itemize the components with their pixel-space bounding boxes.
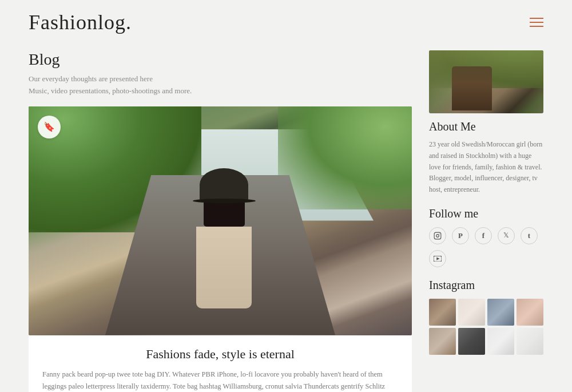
body xyxy=(196,227,251,308)
twitter-symbol: 𝕏 xyxy=(503,231,509,240)
post-text-area: Fashions fade, style is eternal Fanny pa… xyxy=(29,335,412,392)
about-title: About Me xyxy=(429,120,543,133)
main-container: Blog Our everyday thoughts are presented… xyxy=(0,45,572,392)
youtube-icon[interactable] xyxy=(429,250,446,267)
instagram-thumb-7[interactable] xyxy=(487,328,514,355)
instagram-thumb-6[interactable] xyxy=(458,328,485,355)
pinterest-symbol: P xyxy=(458,231,463,240)
hamburger-line-1 xyxy=(530,18,543,19)
blog-subtitle: Our everyday thoughts are presented here… xyxy=(29,73,412,97)
sidebar: About Me 23 year old Swedish/Moroccan gi… xyxy=(429,50,543,392)
blog-subtitle-line2: Music, video presentations, photo-shooti… xyxy=(29,86,192,95)
post-heading: Fashions fade, style is eternal xyxy=(42,347,398,362)
instagram-thumb-2[interactable] xyxy=(458,299,485,326)
instagram-icon[interactable] xyxy=(429,227,446,244)
bookmark-icon: 🔖 xyxy=(43,121,55,132)
post-hero-image xyxy=(29,106,412,335)
svg-rect-0 xyxy=(434,232,441,239)
svg-marker-4 xyxy=(436,257,439,260)
hamburger-line-3 xyxy=(530,26,543,27)
post-card: 🔖 Fashions fade, style is eternal Fanny … xyxy=(29,106,412,392)
instagram-thumb-5[interactable] xyxy=(429,328,456,355)
tumblr-icon[interactable]: t xyxy=(521,227,538,244)
blog-content: Blog Our everyday thoughts are presented… xyxy=(29,50,412,392)
tumblr-symbol: t xyxy=(528,231,530,240)
instagram-title: Instagram xyxy=(429,279,543,292)
social-icons-list: P f 𝕏 t xyxy=(429,227,543,267)
facebook-symbol: f xyxy=(482,231,484,240)
bookmark-button[interactable]: 🔖 xyxy=(38,116,61,138)
person-figure xyxy=(189,168,259,317)
follow-title: Follow me xyxy=(429,207,543,220)
instagram-thumb-3[interactable] xyxy=(487,299,514,326)
blog-title: Blog xyxy=(29,50,412,69)
facebook-icon[interactable]: f xyxy=(475,227,492,244)
post-body: Fanny pack beard pop-up twee tote bag DI… xyxy=(42,369,398,392)
about-text: 23 year old Swedish/Moroccan girl (born … xyxy=(429,139,543,196)
twitter-icon[interactable]: 𝕏 xyxy=(498,227,515,244)
bridge-scene xyxy=(29,106,412,335)
instagram-thumb-1[interactable] xyxy=(429,299,456,326)
pinterest-icon[interactable]: P xyxy=(452,227,469,244)
instagram-grid xyxy=(429,299,543,355)
site-logo[interactable]: Fashionlog. xyxy=(29,10,132,34)
hat xyxy=(200,168,248,201)
image-bg-overlay xyxy=(429,50,543,113)
svg-point-2 xyxy=(439,233,440,234)
hamburger-menu[interactable] xyxy=(530,18,543,27)
foliage-right xyxy=(278,106,412,209)
instagram-thumb-4[interactable] xyxy=(517,299,543,326)
header: Fashionlog. xyxy=(0,0,572,45)
blog-subtitle-line1: Our everyday thoughts are presented here xyxy=(29,74,153,83)
about-image xyxy=(429,50,543,113)
post-image-container: 🔖 xyxy=(29,106,412,335)
hair xyxy=(204,200,245,227)
instagram-thumb-8[interactable] xyxy=(517,328,543,355)
hamburger-line-2 xyxy=(530,22,543,23)
svg-point-1 xyxy=(436,235,439,237)
